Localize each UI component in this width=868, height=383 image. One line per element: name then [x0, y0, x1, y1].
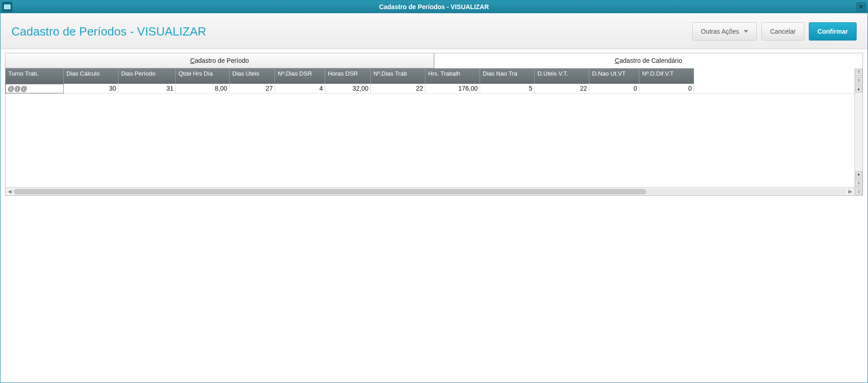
action-buttons: Outras Ações Cancelar Confirmar [692, 22, 857, 41]
scroll-down-icon[interactable]: ▼ [855, 171, 863, 179]
confirm-label: Confirmar [817, 28, 848, 35]
chevron-down-icon [744, 30, 748, 33]
col-n-dias-dsr[interactable]: Nº.Dias DSR [275, 68, 325, 84]
titlebar: Cadastro de Períodos - VISUALIZAR ✕ [0, 0, 868, 13]
window-title: Cadastro de Períodos - VISUALIZAR [379, 3, 489, 10]
cell-hrs-trabalh: 176,00 [425, 84, 480, 93]
scroll-top-icon[interactable]: ⤒ [855, 69, 863, 76]
scroll-left-icon[interactable]: ◀ [5, 188, 14, 195]
cell-d-nao-ut-vt: 0 [589, 84, 639, 93]
scroll-page-down-icon[interactable]: ⇓ [855, 179, 863, 187]
tab-bar: Cadastro de Período Cadastro de Calendár… [5, 53, 863, 68]
tab-cadastro-calendario[interactable]: Cadastro de Calendário [434, 53, 863, 68]
other-actions-button[interactable]: Outras Ações [692, 22, 757, 41]
tab-cadastro-periodo[interactable]: Cadastro de Período [5, 53, 434, 68]
grid-main: Turno Trab. Dias Cálculo Dias Período Qt… [5, 68, 854, 195]
tab-periodo-mnemonic: C [190, 57, 194, 64]
cancel-button[interactable]: Cancelar [761, 22, 804, 41]
scroll-page-up-icon[interactable]: ⇑ [855, 77, 863, 84]
col-horas-dsr[interactable]: Horas DSR [325, 68, 371, 84]
col-n-d-dif-vt[interactable]: Nº.D.Dif.V.T [639, 68, 694, 84]
cell-n-dias-dsr: 4 [275, 84, 325, 93]
h-scroll-thumb[interactable] [14, 189, 646, 194]
cell-dias-uteis: 27 [230, 84, 275, 93]
vertical-scrollbar[interactable]: ⤒ ⇑ ▲ ▼ ⇓ ⤓ [854, 68, 863, 195]
app-icon-glyph [4, 5, 10, 9]
app-icon [2, 2, 12, 12]
col-dias-nao-tra[interactable]: Dias Nao Tra [480, 68, 535, 84]
header-panel: Cadastro de Períodos - VISUALIZAR Outras… [0, 13, 868, 49]
cell-n-d-dif-vt: 0 [639, 84, 694, 93]
tab-periodo-rest: adastro de Período [195, 57, 249, 64]
scroll-up-icon[interactable]: ▲ [855, 85, 863, 92]
grid: Turno Trab. Dias Cálculo Dias Período Qt… [5, 68, 863, 196]
close-icon[interactable]: ✕ [857, 2, 866, 11]
col-dias-uteis[interactable]: Dias Uteis [230, 68, 275, 84]
cell-dias-calculo: 30 [64, 84, 118, 93]
confirm-button[interactable]: Confirmar [809, 22, 857, 41]
scroll-bottom-icon[interactable]: ⤓ [855, 188, 863, 195]
tab-calendario-mnemonic: C [615, 57, 619, 64]
col-dias-calculo[interactable]: Dias Cálculo [64, 68, 118, 84]
grid-header-row: Turno Trab. Dias Cálculo Dias Período Qt… [5, 68, 854, 84]
col-turno-trab[interactable]: Turno Trab. [5, 68, 64, 84]
cell-turno-trab[interactable]: @@@ [5, 84, 64, 93]
h-scroll-track[interactable] [14, 189, 846, 194]
cancel-label: Cancelar [770, 28, 796, 35]
col-d-uteis-vt[interactable]: D.Uteis V.T. [535, 68, 589, 84]
scroll-right-icon[interactable]: ▶ [846, 188, 854, 195]
cell-dias-periodo: 31 [118, 84, 176, 93]
cell-dias-nao-tra: 5 [480, 84, 535, 93]
cell-n-dias-trab: 22 [371, 84, 425, 93]
content-area: Cadastro de Período Cadastro de Calendár… [0, 49, 868, 200]
col-hrs-trabalh[interactable]: Hrs. Trabalh [425, 68, 480, 84]
cell-horas-dsr: 32,00 [325, 84, 371, 93]
cell-qtde-hrs-dia: 8,00 [176, 84, 230, 93]
col-d-nao-ut-vt[interactable]: D.Nao Ut.VT [589, 68, 639, 84]
page-title: Cadastro de Períodos - VISUALIZAR [11, 25, 206, 39]
tab-calendario-rest: adastro de Calendário [619, 57, 682, 64]
col-n-dias-trab[interactable]: Nº.Dias Trab [371, 68, 425, 84]
col-dias-periodo[interactable]: Dias Período [118, 68, 176, 84]
table-row[interactable]: @@@ 30 31 8,00 27 4 32,00 22 176,00 5 22… [5, 84, 854, 94]
col-qtde-hrs-dia[interactable]: Qtde Hrs Dia [176, 68, 230, 84]
app-window: Cadastro de Períodos - VISUALIZAR ✕ Cada… [0, 0, 868, 383]
grid-body: @@@ 30 31 8,00 27 4 32,00 22 176,00 5 22… [5, 84, 854, 187]
horizontal-scrollbar[interactable]: ◀ ▶ [5, 187, 854, 195]
cell-d-uteis-vt: 22 [535, 84, 589, 93]
other-actions-label: Outras Ações [701, 28, 739, 35]
